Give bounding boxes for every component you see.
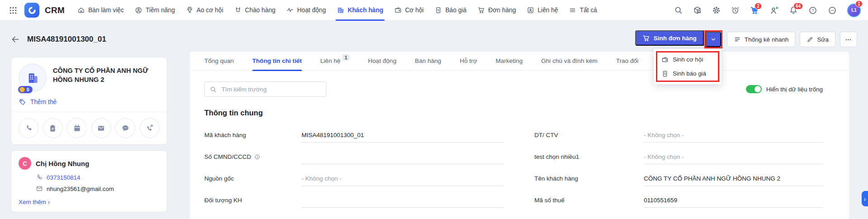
field-customer-code: Mã khách hàng MISA48191001300_01 xyxy=(204,121,504,143)
svg-text:$: $ xyxy=(664,72,666,75)
tax-code-value[interactable]: 0110551659 xyxy=(644,195,823,208)
generate-order-button[interactable]: Sinh đơn hàng xyxy=(635,30,704,46)
menu-icon xyxy=(569,6,576,14)
nav-opportunity-pool[interactable]: Ao cơ hội xyxy=(186,0,223,21)
avatar-badge: 1 xyxy=(855,0,863,7)
notifications-bell-icon[interactable]: 64 xyxy=(789,6,798,15)
product-search-icon[interactable] xyxy=(693,6,702,14)
menu-item-generate-quote[interactable]: $ Sinh báo giá xyxy=(657,67,718,81)
nav-activities[interactable]: Hoạt động xyxy=(286,0,326,21)
show-empty-toggle[interactable] xyxy=(746,85,762,93)
notifications-badge: 64 xyxy=(793,3,803,10)
app-grid-icon[interactable] xyxy=(7,5,19,16)
chevron-down-icon xyxy=(710,36,717,43)
calendar-icon[interactable] xyxy=(67,118,87,138)
crm-logo-icon[interactable] xyxy=(24,3,39,18)
help-icon[interactable]: ? xyxy=(808,6,817,15)
page-title: MISA48191001300_01 xyxy=(27,35,106,44)
more-actions-button[interactable]: ⋯ xyxy=(840,32,857,47)
nav-customers[interactable]: Khách hàng xyxy=(337,0,383,21)
field-search-input[interactable] xyxy=(221,86,321,93)
tab-sales[interactable]: Bán hàng xyxy=(415,52,441,71)
customer-sidebar: 0 CÔNG TY CỔ PHẦN ANH NGỮ HỒNG NHUNG 2 T… xyxy=(11,57,167,212)
company-card: 0 CÔNG TY CỔ PHẦN ANH NGỮ HỒNG NHUNG 2 T… xyxy=(11,57,167,145)
field-tax-code: Mã số thuế 0110551659 xyxy=(534,186,823,208)
tab-overview[interactable]: Tổng quan xyxy=(204,52,234,71)
coin-icon xyxy=(19,87,25,92)
field-search-box[interactable] xyxy=(204,81,326,97)
dt-ctv-value[interactable]: - Không chọn - xyxy=(644,130,823,143)
nav-opportunities[interactable]: Cơ hội xyxy=(394,0,424,21)
nav-orders[interactable]: Đơn hàng xyxy=(477,0,516,21)
tab-discussion[interactable]: Trao đổi xyxy=(616,52,638,71)
contact-email: nhung23561@gmail.com xyxy=(47,186,114,192)
add-tag-link[interactable]: Thêm thẻ xyxy=(19,98,160,106)
info-icon xyxy=(254,154,260,160)
customer-name-value[interactable]: CÔNG TY CỔ PHẦN ANH NGỮ HỒNG NHUNG 2 xyxy=(644,173,823,186)
id-number-value[interactable] xyxy=(302,152,504,164)
task-icon[interactable] xyxy=(43,118,63,138)
general-info-form: Mã khách hàng MISA48191001300_01 Số CMND… xyxy=(204,121,823,208)
nav-dashboard[interactable]: Bàn làm việc xyxy=(77,0,124,21)
see-more-link[interactable]: Xem thêm › xyxy=(19,199,160,205)
home-icon xyxy=(77,6,85,14)
settings-gear-icon[interactable] xyxy=(712,6,721,14)
tab-marketing[interactable]: Marketing xyxy=(495,52,523,71)
tab-notes-attachments[interactable]: Ghi chú và đính kèm xyxy=(541,52,598,71)
record-toolbar: MISA48191001300_01 Sinh đơn hàng Thống k… xyxy=(0,21,868,52)
tab-support[interactable]: Hỗ trợ xyxy=(460,52,477,71)
tab-activities[interactable]: Hoạt động xyxy=(368,52,396,71)
building-icon xyxy=(337,6,344,14)
field-source: Nguồn gốc - Không chọn - xyxy=(204,164,504,186)
add-user-icon[interactable] xyxy=(769,6,778,15)
cart-icon xyxy=(642,34,650,42)
quick-stats-button[interactable]: Thống kê nhanh xyxy=(727,32,796,47)
nav-contacts[interactable]: Liên hệ xyxy=(527,0,558,21)
pencil-icon xyxy=(807,36,813,43)
edit-button[interactable]: Sửa xyxy=(800,32,835,47)
alarm-clock-icon[interactable] xyxy=(731,6,740,14)
source-value[interactable]: - Không chọn - xyxy=(302,173,504,186)
user-avatar[interactable]: L1 1 xyxy=(847,4,861,17)
pulse-icon xyxy=(286,6,294,14)
tab-contacts-badge: 1 xyxy=(342,54,349,61)
detail-content: Hiển thị dữ liệu trống Thông tin chung M… xyxy=(190,71,849,208)
test-multi-value[interactable]: - Không chọn - xyxy=(644,152,823,164)
wallet-icon xyxy=(394,6,402,14)
expand-panel-handle[interactable]: › xyxy=(862,191,868,206)
envelope-icon xyxy=(36,185,43,192)
tab-detail-info[interactable]: Thông tin chi tiết xyxy=(252,52,302,71)
chat-icon[interactable] xyxy=(115,118,135,138)
form-column-right: DT/ CTV - Không chọn - test chọn nhiều1 … xyxy=(534,121,823,208)
customer-type-value[interactable] xyxy=(302,195,504,208)
call-icon[interactable] xyxy=(19,118,38,138)
stats-bars-icon xyxy=(734,36,741,43)
more-options-icon[interactable] xyxy=(828,6,837,15)
customer-detail-panel: Tổng quan Thông tin chi tiết Liên hệ1 Ho… xyxy=(190,52,849,219)
nav-offers[interactable]: Chào hàng xyxy=(234,0,276,21)
contact-phone-link[interactable]: 0373150814 xyxy=(47,174,80,181)
cart-store-icon[interactable]: 2 xyxy=(750,6,759,15)
nav-all[interactable]: Tất cả xyxy=(569,0,597,21)
detail-tabs: Tổng quan Thông tin chi tiết Liên hệ1 Ho… xyxy=(190,52,849,71)
annotation-box-menu: Sinh cơ hội $ Sinh báo giá xyxy=(656,51,719,82)
contact-avatar: C xyxy=(19,157,31,170)
show-empty-label: Hiển thị dữ liệu trống xyxy=(766,86,823,93)
nav-leads[interactable]: Tiềm năng xyxy=(135,0,175,21)
company-avatar: 0 xyxy=(19,64,47,92)
nav-quotes[interactable]: $ Báo giá xyxy=(434,0,467,21)
search-icon[interactable] xyxy=(674,6,683,14)
email-icon[interactable] xyxy=(91,118,111,138)
menu-item-generate-opportunity[interactable]: Sinh cơ hội xyxy=(657,52,718,67)
contact-name: Chị Hồng Nhung xyxy=(36,160,89,167)
contact-card: C Chị Hồng Nhung 0373150814 nhung23561@g… xyxy=(11,150,167,212)
customer-code-value[interactable]: MISA48191001300_01 xyxy=(302,130,504,143)
tab-contacts[interactable]: Liên hệ1 xyxy=(321,52,349,71)
generate-dropdown-button[interactable] xyxy=(706,32,721,47)
outbound-call-icon[interactable] xyxy=(140,118,160,138)
back-arrow-icon[interactable] xyxy=(11,35,20,44)
field-test-multi: test chọn nhiều1 - Không chọn - xyxy=(534,143,823,164)
phone-icon xyxy=(36,174,43,181)
receipt-icon: $ xyxy=(434,6,442,14)
app-title: CRM xyxy=(45,5,65,15)
